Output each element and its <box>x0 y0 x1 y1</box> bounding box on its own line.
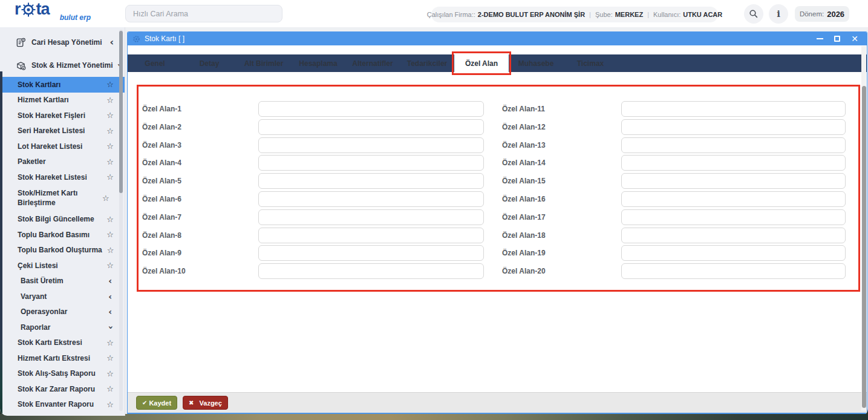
tab-alternatifler[interactable]: Alternatifler <box>345 54 400 72</box>
ozel-alan-input-18[interactable] <box>621 228 846 243</box>
tab--zel-alan[interactable]: Özel Alan <box>454 54 509 72</box>
star-icon[interactable]: ☆ <box>106 401 114 409</box>
sidebar-item-toplu-barkod-bas-m-[interactable]: Toplu Barkod Basımı ☆ <box>0 227 125 243</box>
sidebar-item-stok-bilgi-g-ncelleme[interactable]: Stok Bilgi Güncelleme ☆ <box>0 212 125 228</box>
tab-label: Muhasebe <box>518 59 554 68</box>
ozel-alan-input-5[interactable] <box>258 173 484 189</box>
ozel-alan-input-10[interactable] <box>258 263 484 279</box>
ozel-alan-input-4[interactable] <box>258 155 484 171</box>
tab-genel[interactable]: Genel <box>128 54 182 72</box>
star-icon[interactable]: ☆ <box>106 261 114 269</box>
sidebar-item-label: Stok Alış-Satış Raporu <box>18 369 102 378</box>
star-icon[interactable]: ☆ <box>102 194 109 202</box>
form-cell: Özel Alan-15 <box>502 173 846 189</box>
star-icon[interactable]: ☆ <box>106 111 114 119</box>
ozel-alan-input-12[interactable] <box>621 119 846 135</box>
star-icon[interactable]: ☆ <box>106 370 114 378</box>
star-icon[interactable]: ☆ <box>106 215 114 223</box>
sidebar-item-hizmet-kart-ekstresi[interactable]: Hizmet Kartı Ekstresi ☆ <box>0 350 125 366</box>
window-scrollbar-thumb[interactable] <box>862 86 866 408</box>
sidebar-item-lot-hareket-listesi[interactable]: Lot Hareket Listesi ☆ <box>0 139 125 154</box>
sidebar-item--eki-listesi[interactable]: Çeki Listesi ☆ <box>0 258 125 274</box>
sidebar-item-paketler[interactable]: Paketler ☆ <box>0 154 125 170</box>
sidebar-subsection[interactable]: Basit Üretim ‹ <box>0 274 125 289</box>
form-cell: Özel Alan-18 <box>502 228 846 243</box>
sidebar-subsection[interactable]: Operasyonlar ‹ <box>0 304 125 320</box>
ozel-alan-input-1[interactable] <box>258 101 484 117</box>
star-icon[interactable]: ☆ <box>106 80 114 88</box>
tab-ticimax[interactable]: Ticimax <box>563 54 618 72</box>
tab-label: Alt Birimler <box>244 59 284 68</box>
ozel-alan-input-14[interactable] <box>621 155 846 171</box>
sidebar-section[interactable]: Stok & Hizmet Yönetimi ‹ <box>0 54 125 77</box>
sidebar-item-stok-hareket-listesi[interactable]: Stok Hareket Listesi ☆ <box>0 169 125 185</box>
sidebar-item-stok-kart-ekstresi[interactable]: Stok Kartı Ekstresi ☆ <box>0 335 125 351</box>
sidebar-item-stok-al-sat-raporu[interactable]: Stok Alış-Satış Raporu ☆ <box>0 366 125 382</box>
ozel-alan-input-2[interactable] <box>258 119 484 135</box>
sidebar-item-seri-hareket-listesi[interactable]: Seri Hareket Listesi ☆ <box>0 123 125 139</box>
ozel-alan-input-16[interactable] <box>621 191 846 207</box>
close-button[interactable]: ✕ <box>851 34 858 43</box>
form-row: Özel Alan-2 Özel Alan-12 <box>139 119 858 135</box>
sidebar-item-stok-hareket-fi-leri[interactable]: Stok Hareket Fişleri ☆ <box>0 108 125 123</box>
search-button[interactable] <box>744 4 763 24</box>
form-cell: Özel Alan-11 <box>502 101 846 117</box>
sidebar-item-stok-kartlar-[interactable]: Stok Kartları ☆ <box>0 77 125 93</box>
window-titlebar[interactable]: Stok Kartı [ ] ✕ <box>128 32 867 45</box>
star-icon[interactable]: ☆ <box>106 142 114 150</box>
quick-search-input[interactable] <box>125 5 282 22</box>
star-icon[interactable]: ☆ <box>106 173 114 181</box>
star-icon[interactable]: ☆ <box>106 339 114 347</box>
form-annotation-rectangle: Özel Alan-1 Özel Alan-11 Özel Alan-2 Öze… <box>137 85 860 292</box>
cancel-button[interactable]: ✖ Vazgeç <box>183 396 228 410</box>
ozel-alan-input-17[interactable] <box>621 209 846 225</box>
star-icon[interactable]: ☆ <box>107 246 114 254</box>
star-icon[interactable]: ☆ <box>106 127 114 135</box>
star-icon[interactable]: ☆ <box>106 231 114 238</box>
minimize-button[interactable] <box>817 38 823 39</box>
tab-detay[interactable]: Detay <box>182 54 237 72</box>
info-button[interactable]: i <box>769 4 788 24</box>
ozel-alan-input-11[interactable] <box>621 101 846 117</box>
ozel-alan-input-13[interactable] <box>621 137 846 153</box>
tab-alt-birimler[interactable]: Alt Birimler <box>237 54 291 72</box>
ozel-alan-input-8[interactable] <box>258 228 484 243</box>
sidebar-item-stok-envanter-raporu[interactable]: Stok Envanter Raporu ☆ <box>0 397 125 413</box>
form-cell: Özel Alan-1 <box>139 101 484 117</box>
sidebar-section[interactable]: Cari Hesap Yönetimi ‹ <box>0 31 125 54</box>
save-button[interactable]: ✔Kaydet <box>136 396 177 410</box>
maximize-button[interactable] <box>834 36 840 42</box>
ozel-alan-input-3[interactable] <box>258 137 484 153</box>
period-selector[interactable]: Dönem: 2026 <box>795 6 849 22</box>
ozel-alan-input-6[interactable] <box>258 191 484 207</box>
star-icon[interactable]: ☆ <box>106 96 114 104</box>
form-cell: Özel Alan-7 <box>139 209 484 225</box>
sidebar-scrollbar-thumb[interactable] <box>119 31 123 193</box>
sidebar-item-toplu-barkod-olu-turma[interactable]: Toplu Barkod Oluşturma ☆ <box>0 243 125 258</box>
sidebar-subsection[interactable]: Varyant ‹ <box>0 289 125 304</box>
star-icon[interactable]: ☆ <box>106 385 114 393</box>
ozel-alan-input-19[interactable] <box>621 245 846 261</box>
sidebar-item-stok-kar-zarar-raporu[interactable]: Stok Kar Zarar Raporu ☆ <box>0 381 125 397</box>
sidebar-item-label: Seri Hareket Listesi <box>18 126 102 135</box>
star-icon[interactable]: ☆ <box>106 158 114 166</box>
app-root: r ta bulut erp Çalışılan Firma:: 2-DEMO … <box>0 0 868 416</box>
field-label: Özel Alan-20 <box>502 267 621 275</box>
sidebar-item-stok-hizmet-kart-birle-tirme[interactable]: Stok/Hizmet Kartı Birleştirme ☆ <box>0 185 125 212</box>
tab-hesaplama[interactable]: Hesaplama <box>291 54 345 72</box>
form-cell: Özel Alan-4 <box>139 155 484 171</box>
ozel-alan-input-7[interactable] <box>258 209 484 225</box>
tab-tedarikciler[interactable]: Tedarikciler <box>400 54 454 72</box>
sidebar-section-label: Stok & Hizmet Yönetimi <box>31 61 113 70</box>
form-cell: Özel Alan-17 <box>502 209 846 225</box>
sidebar-item-hizmet-kartlar-[interactable]: Hizmet Kartları ☆ <box>0 93 125 108</box>
tab-label: Genel <box>145 59 165 68</box>
sidebar-subsection[interactable]: Raporlar ‹ <box>0 320 125 335</box>
x-icon: ✖ <box>189 399 194 406</box>
tab-muhasebe[interactable]: Muhasebe <box>509 54 563 72</box>
tab-label: Özel Alan <box>465 59 498 68</box>
ozel-alan-input-9[interactable] <box>258 245 484 261</box>
ozel-alan-input-20[interactable] <box>621 263 846 279</box>
ozel-alan-input-15[interactable] <box>621 173 846 189</box>
star-icon[interactable]: ☆ <box>106 354 114 362</box>
